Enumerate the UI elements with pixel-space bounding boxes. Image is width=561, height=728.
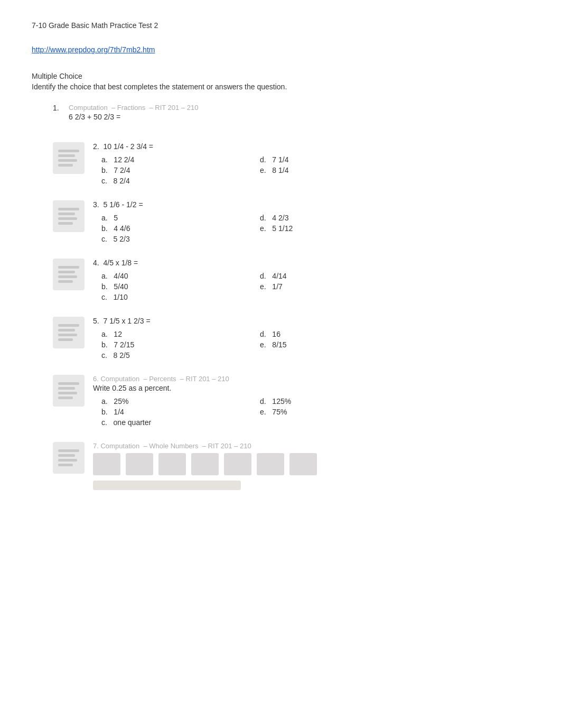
- q2-text: 2. 10 1/4 - 2 3/4 =: [93, 142, 529, 151]
- q2-answer-d: d. 7 1/4: [260, 155, 366, 164]
- q4-thumbnail: [53, 259, 85, 290]
- q4-content: 4. 4/5 x 1/8 = a. 4/40 d. 4/14 b. 5/40 e…: [93, 259, 529, 302]
- q6-thumbnail: [53, 375, 85, 407]
- q5-thumbnail: [53, 317, 85, 348]
- q7-blurred-content: [93, 453, 529, 490]
- q5-answer-c: c. 8 2/5: [101, 351, 239, 360]
- q5-content: 5. 7 1/5 x 1 2/3 = a. 12 d. 16 b. 7 2/15…: [93, 317, 529, 360]
- q7-content: 7. Computation – Whole Numbers – RIT 201…: [93, 442, 529, 490]
- q4-text: 4. 4/5 x 1/8 =: [93, 259, 529, 267]
- q3-answer-c: c. 5 2/3: [101, 234, 239, 244]
- q6-text: Write 0.25 as a percent.: [93, 384, 529, 392]
- q3-text: 3. 5 1/6 - 1/2 =: [93, 200, 529, 209]
- q2-answer-b: b. 7 2/4: [101, 165, 239, 175]
- q2-answer-c: c. 8 2/4: [101, 176, 239, 186]
- q6-answer-c: c. one quarter: [101, 418, 239, 427]
- q2-answer-a: a. 12 2/4: [101, 155, 239, 164]
- q5-answer-a: a. 12: [101, 329, 239, 339]
- q3-thumbnail: [53, 200, 85, 232]
- q6-meta: 6. Computation – Percents – RIT 201 – 21…: [93, 375, 529, 383]
- q1-number: 1.: [53, 104, 69, 112]
- question-4: 4. 4/5 x 1/8 = a. 4/40 d. 4/14 b. 5/40 e…: [53, 259, 529, 302]
- q6-answer-a: a. 25%: [101, 397, 239, 406]
- q2-answer-e: e. 8 1/4: [260, 165, 366, 175]
- questions-container: 1. Computation – Fractions – RIT 201 – 2…: [53, 104, 529, 490]
- q7-meta: 7. Computation – Whole Numbers – RIT 201…: [93, 442, 529, 450]
- q4-answer-d: d. 4/14: [260, 271, 366, 281]
- section-desc: Identify the choice that best completes …: [32, 82, 529, 91]
- q3-answer-d: d. 4 2/3: [260, 213, 366, 223]
- section-type: Multiple Choice: [32, 72, 529, 80]
- q2-content: 2. 10 1/4 - 2 3/4 = a. 12 2/4 d. 7 1/4 b…: [93, 142, 529, 186]
- question-1: 1. Computation – Fractions – RIT 201 – 2…: [53, 104, 529, 125]
- q1-text: 6 2/3 + 50 2/3 =: [69, 113, 529, 121]
- question-5: 5. 7 1/5 x 1 2/3 = a. 12 d. 16 b. 7 2/15…: [53, 317, 529, 360]
- q4-answer-e: e. 1/7: [260, 282, 366, 291]
- question-3: 3. 5 1/6 - 1/2 = a. 5 d. 4 2/3 b. 4 4/6 …: [53, 200, 529, 244]
- q1-meta: Computation – Fractions – RIT 201 – 210: [69, 104, 529, 112]
- q6-content: 6. Computation – Percents – RIT 201 – 21…: [93, 375, 529, 427]
- q4-answer-b: b. 5/40: [101, 282, 239, 291]
- q5-answer-e: e. 8/15: [260, 340, 366, 349]
- q1-content: Computation – Fractions – RIT 201 – 210 …: [69, 104, 529, 125]
- q4-answer-c: c. 1/10: [101, 292, 239, 302]
- q3-content: 3. 5 1/6 - 1/2 = a. 5 d. 4 2/3 b. 4 4/6 …: [93, 200, 529, 244]
- q5-answer-d: d. 16: [260, 329, 366, 339]
- q4-answer-a: a. 4/40: [101, 271, 239, 281]
- q2-thumbnail: [53, 142, 85, 174]
- q6-answer-e: e. 75%: [260, 407, 366, 417]
- q6-answer-b: b. 1/4: [101, 407, 239, 417]
- q7-thumbnail: [53, 442, 85, 474]
- q3-answer-e: e. 5 1/12: [260, 224, 366, 233]
- page-title: 7-10 Grade Basic Math Practice Test 2: [32, 21, 529, 30]
- q3-answer-b: b. 4 4/6: [101, 224, 239, 233]
- q7-watermark: [93, 481, 241, 490]
- q3-answer-a: a. 5: [101, 213, 239, 223]
- question-2: 2. 10 1/4 - 2 3/4 = a. 12 2/4 d. 7 1/4 b…: [53, 142, 529, 186]
- page-url-link[interactable]: http://www.prepdog.org/7th/7mb2.htm: [32, 45, 529, 54]
- question-7: 7. Computation – Whole Numbers – RIT 201…: [53, 442, 529, 490]
- q6-answer-d: d. 125%: [260, 397, 366, 406]
- q5-text: 5. 7 1/5 x 1 2/3 =: [93, 317, 529, 325]
- question-6: 6. Computation – Percents – RIT 201 – 21…: [53, 375, 529, 427]
- q5-answer-b: b. 7 2/15: [101, 340, 239, 349]
